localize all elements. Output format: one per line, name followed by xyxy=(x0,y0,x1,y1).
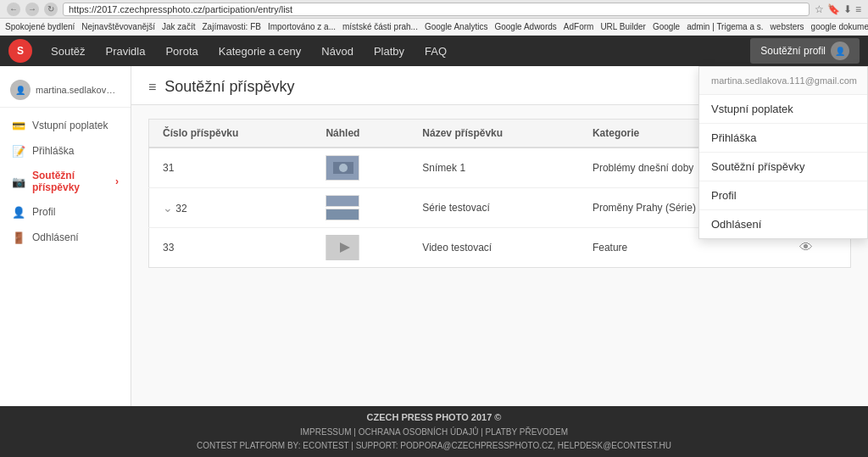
bookmark-7[interactable]: Google Analytics xyxy=(425,22,488,31)
row-thumb xyxy=(312,228,409,268)
sidebar-avatar: 👤 xyxy=(10,80,31,100)
sidebar-prihlaška-label: Přihláška xyxy=(32,145,74,157)
bookmark-3[interactable]: Jak začít xyxy=(162,22,195,31)
dropdown-prihlaška[interactable]: Přihláška xyxy=(699,124,867,153)
content-area: 👤 martina.sedlakova.111... 💳 Vstupní pop… xyxy=(0,66,868,406)
sidebar-vstupni-label: Vstupní poplatek xyxy=(32,120,108,131)
url-bar[interactable]: https://2017.czechpressphoto.cz/particip… xyxy=(63,3,810,16)
profile-label: Soutěžní profil xyxy=(760,45,826,57)
sidebar-item-prispevky[interactable]: 📷 Soutěžní příspěvky › xyxy=(0,164,131,199)
dropdown-odhlaseni[interactable]: Odhlásení xyxy=(699,210,867,238)
bookmark-5[interactable]: Importováno z a... xyxy=(268,22,336,31)
thumbnail-video xyxy=(326,235,359,260)
sidebar-item-odhlaseni[interactable]: 🚪 Odhlásení xyxy=(0,225,131,250)
reload-button[interactable]: ↻ xyxy=(44,3,58,16)
ochrana-link[interactable]: OCHRANA OSOBNÍCH ÚDAJŮ xyxy=(359,427,479,437)
dropdown-profil[interactable]: Profil xyxy=(699,181,867,210)
bookmark-13[interactable]: websters xyxy=(771,22,804,31)
footer-brand: CZECH PRESS PHOTO 2017 © xyxy=(7,410,861,426)
nav-porota[interactable]: Porota xyxy=(155,36,208,66)
nav-kategorie[interactable]: Kategorie a ceny xyxy=(209,36,312,66)
nav-pravidla[interactable]: Pravidla xyxy=(95,36,155,66)
logout-icon: 🚪 xyxy=(12,231,25,244)
view-icon-2[interactable]: 👁 xyxy=(799,240,813,254)
sidebar-item-vstupni[interactable]: 💳 Vstupní poplatek xyxy=(0,113,131,138)
forward-button[interactable]: → xyxy=(25,3,39,16)
hamburger-icon: ≡ xyxy=(148,80,156,95)
bookmark-icon[interactable]: 🔖 xyxy=(827,3,840,15)
main-nav: S Soutěž Pravidla Porota Kategorie a cen… xyxy=(0,36,868,66)
nav-navod[interactable]: Návod xyxy=(311,36,364,66)
active-indicator: › xyxy=(115,176,119,187)
nav-faq[interactable]: FAQ xyxy=(415,36,457,66)
sidebar-odhlaseni-label: Odhlásení xyxy=(32,231,79,243)
footer: CZECH PRESS PHOTO 2017 © IMPRESSUM | OCH… xyxy=(0,406,868,457)
browser-icons: ☆ 🔖 ⬇ ≡ xyxy=(815,3,861,15)
bookmark-9[interactable]: AdForm xyxy=(564,22,594,31)
sidebar-user: 👤 martina.sedlakova.111... xyxy=(0,73,131,108)
browser-chrome: ← → ↻ https://2017.czechpressphoto.cz/pa… xyxy=(0,0,868,19)
bookmark-14[interactable]: google dokumenty... xyxy=(811,22,868,31)
dropdown-prispevky[interactable]: Soutěžní příspěvky xyxy=(699,153,867,181)
bookmark-2[interactable]: Nejnavštěvovanější xyxy=(81,22,155,31)
dropdown-email: martina.sedlakova.111@gmail.com xyxy=(699,67,867,95)
camera-icon: 📷 xyxy=(12,175,25,188)
profile-avatar: 👤 xyxy=(831,42,849,60)
bookmark-1[interactable]: Spokojené bydlení xyxy=(5,22,75,31)
footer-links: IMPRESSUM | OCHRANA OSOBNÍCH ÚDAJŮ | PLA… xyxy=(7,426,861,439)
download-icon[interactable]: ⬇ xyxy=(843,3,852,15)
footer-platform: CONTEST PLATFORM BY: ECONTEST | SUPPORT:… xyxy=(7,439,861,453)
row-title: Video testovací xyxy=(409,228,579,268)
sidebar-item-profil[interactable]: 👤 Profil xyxy=(0,199,131,225)
bookmark-4[interactable]: Zajímavosti: FB xyxy=(202,22,260,31)
row-title: Série testovací xyxy=(409,188,579,228)
bookmark-11[interactable]: Google xyxy=(653,22,680,31)
row-number: 31 xyxy=(149,148,313,188)
page-title: Soutěžní příspěvky xyxy=(164,78,294,96)
bookmarks-bar: Spokojené bydlení Nejnavštěvovanější Jak… xyxy=(0,19,868,36)
bookmark-10[interactable]: URL Builder xyxy=(600,22,646,31)
form-icon: 📝 xyxy=(12,144,25,158)
row-number: ⌄ 32 xyxy=(149,188,313,228)
dropdown-vstupni[interactable]: Vstupní poplatek xyxy=(699,95,867,124)
row-thumb xyxy=(312,148,409,188)
col-title: Název příspěvku xyxy=(409,120,579,148)
menu-icon[interactable]: ≡ xyxy=(855,3,861,15)
bookmark-6[interactable]: místské části prah... xyxy=(342,22,418,31)
row-number: 33 xyxy=(149,228,313,268)
sidebar: 👤 martina.sedlakova.111... 💳 Vstupní pop… xyxy=(0,66,131,406)
col-number: Číslo příspěvku xyxy=(149,120,313,148)
profile-dropdown: martina.sedlakova.111@gmail.com Vstupní … xyxy=(698,66,868,239)
back-button[interactable]: ← xyxy=(7,3,20,16)
sidebar-item-prihlaška[interactable]: 📝 Přihláška xyxy=(0,138,131,164)
logo-text: S xyxy=(17,45,24,57)
expand-icon[interactable]: ⌄ xyxy=(163,201,173,215)
bookmark-8[interactable]: Google Adwords xyxy=(494,22,556,31)
profile-button[interactable]: Soutěžní profil 👤 xyxy=(750,38,860,64)
col-preview: Náhled xyxy=(312,120,409,148)
row-title: Snímek 1 xyxy=(409,148,579,188)
impressum-link[interactable]: IMPRESSUM xyxy=(300,427,352,437)
payment-icon: 💳 xyxy=(12,119,25,132)
sidebar-profil-label: Profil xyxy=(32,206,55,218)
svg-point-2 xyxy=(339,164,348,172)
sidebar-username: martina.sedlakova.111... xyxy=(36,85,120,95)
platby-link[interactable]: PLATBY PŘEVODEM xyxy=(486,427,568,437)
url-text: https://2017.czechpressphoto.cz/particip… xyxy=(69,4,292,14)
nav-soutez[interactable]: Soutěž xyxy=(41,36,95,66)
row-thumb xyxy=(312,188,409,228)
sidebar-prispevky-label: Soutěžní příspěvky xyxy=(32,170,105,193)
nav-platby[interactable]: Platby xyxy=(364,36,415,66)
thumbnail-single xyxy=(326,155,359,181)
star-icon[interactable]: ☆ xyxy=(815,3,824,15)
thumbnail-pair xyxy=(326,195,395,220)
bookmark-12[interactable]: admin | Trigema a s. xyxy=(687,22,763,31)
user-icon: 👤 xyxy=(12,205,25,219)
nav-logo: S xyxy=(8,39,32,63)
